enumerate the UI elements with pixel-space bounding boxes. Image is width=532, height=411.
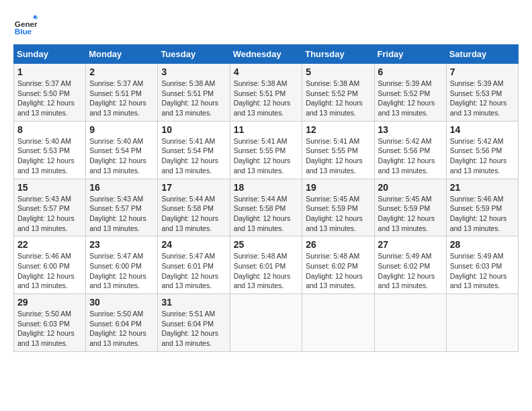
col-monday: Monday xyxy=(86,45,158,64)
day-info: Sunrise: 5:39 AMSunset: 5:52 PMDaylight:… xyxy=(378,79,435,117)
calendar-cell: 19 Sunrise: 5:45 AMSunset: 5:59 PMDaylig… xyxy=(302,179,374,236)
calendar-cell: 31 Sunrise: 5:51 AMSunset: 6:04 PMDaylig… xyxy=(158,294,230,352)
calendar-cell: 26 Sunrise: 5:48 AMSunset: 6:02 PMDaylig… xyxy=(302,236,374,294)
calendar-cell: 4 Sunrise: 5:38 AMSunset: 5:51 PMDayligh… xyxy=(230,64,302,122)
calendar-cell xyxy=(374,294,446,352)
calendar-cell: 28 Sunrise: 5:49 AMSunset: 6:03 PMDaylig… xyxy=(446,236,518,294)
day-info: Sunrise: 5:41 AMSunset: 5:54 PMDaylight:… xyxy=(161,137,218,175)
page-header: General Blue xyxy=(13,13,519,38)
day-info: Sunrise: 5:50 AMSunset: 6:03 PMDaylight:… xyxy=(17,310,75,347)
day-number: 7 xyxy=(450,66,515,77)
calendar-cell xyxy=(302,294,374,352)
calendar-cell: 5 Sunrise: 5:38 AMSunset: 5:52 PMDayligh… xyxy=(302,64,374,122)
calendar-cell: 15 Sunrise: 5:43 AMSunset: 5:57 PMDaylig… xyxy=(14,179,86,236)
day-number: 5 xyxy=(306,66,370,77)
day-number: 12 xyxy=(306,124,370,135)
day-info: Sunrise: 5:46 AMSunset: 5:59 PMDaylight:… xyxy=(450,195,507,232)
day-number: 2 xyxy=(89,66,154,77)
calendar-cell: 24 Sunrise: 5:47 AMSunset: 6:01 PMDaylig… xyxy=(158,236,230,294)
calendar-cell: 3 Sunrise: 5:38 AMSunset: 5:51 PMDayligh… xyxy=(158,64,230,122)
day-number: 30 xyxy=(89,297,154,308)
logo-icon: General Blue xyxy=(13,13,38,38)
calendar-header-row: Sunday Monday Tuesday Wednesday Thursday… xyxy=(14,45,519,64)
day-number: 14 xyxy=(450,124,515,135)
logo: General Blue xyxy=(13,13,40,38)
day-info: Sunrise: 5:48 AMSunset: 6:01 PMDaylight:… xyxy=(234,252,291,289)
day-number: 4 xyxy=(234,66,299,77)
day-info: Sunrise: 5:48 AMSunset: 6:02 PMDaylight:… xyxy=(306,252,363,289)
calendar-cell: 11 Sunrise: 5:41 AMSunset: 5:55 PMDaylig… xyxy=(230,121,302,179)
day-info: Sunrise: 5:38 AMSunset: 5:51 PMDaylight:… xyxy=(234,79,291,117)
day-number: 8 xyxy=(17,124,82,135)
day-number: 6 xyxy=(378,66,443,77)
day-number: 1 xyxy=(17,66,82,77)
col-saturday: Saturday xyxy=(446,45,518,64)
day-info: Sunrise: 5:40 AMSunset: 5:53 PMDaylight:… xyxy=(17,137,75,175)
day-info: Sunrise: 5:38 AMSunset: 5:51 PMDaylight:… xyxy=(161,79,218,117)
calendar-cell: 17 Sunrise: 5:44 AMSunset: 5:58 PMDaylig… xyxy=(158,179,230,236)
day-number: 22 xyxy=(17,239,82,250)
calendar-cell: 9 Sunrise: 5:40 AMSunset: 5:54 PMDayligh… xyxy=(86,121,158,179)
svg-text:Blue: Blue xyxy=(15,27,32,36)
day-info: Sunrise: 5:49 AMSunset: 6:03 PMDaylight:… xyxy=(450,252,507,289)
day-number: 24 xyxy=(161,239,226,250)
day-info: Sunrise: 5:41 AMSunset: 5:55 PMDaylight:… xyxy=(306,137,363,175)
day-number: 9 xyxy=(89,124,154,135)
calendar-cell: 6 Sunrise: 5:39 AMSunset: 5:52 PMDayligh… xyxy=(374,64,446,122)
day-number: 3 xyxy=(161,66,226,77)
day-number: 29 xyxy=(17,297,82,308)
calendar-cell: 20 Sunrise: 5:45 AMSunset: 5:59 PMDaylig… xyxy=(374,179,446,236)
calendar-week-4: 22 Sunrise: 5:46 AMSunset: 6:00 PMDaylig… xyxy=(14,236,519,294)
calendar-cell: 22 Sunrise: 5:46 AMSunset: 6:00 PMDaylig… xyxy=(14,236,86,294)
day-info: Sunrise: 5:44 AMSunset: 5:58 PMDaylight:… xyxy=(234,195,291,232)
day-info: Sunrise: 5:42 AMSunset: 5:56 PMDaylight:… xyxy=(378,137,435,175)
day-info: Sunrise: 5:45 AMSunset: 5:59 PMDaylight:… xyxy=(306,195,363,232)
day-info: Sunrise: 5:41 AMSunset: 5:55 PMDaylight:… xyxy=(234,137,291,175)
calendar-cell: 30 Sunrise: 5:50 AMSunset: 6:04 PMDaylig… xyxy=(86,294,158,352)
calendar-table: Sunday Monday Tuesday Wednesday Thursday… xyxy=(13,44,519,352)
calendar-cell: 1 Sunrise: 5:37 AMSunset: 5:50 PMDayligh… xyxy=(14,64,86,122)
calendar-cell: 16 Sunrise: 5:43 AMSunset: 5:57 PMDaylig… xyxy=(86,179,158,236)
day-number: 13 xyxy=(378,124,443,135)
day-number: 11 xyxy=(234,124,299,135)
calendar-cell: 23 Sunrise: 5:47 AMSunset: 6:00 PMDaylig… xyxy=(86,236,158,294)
calendar-cell: 21 Sunrise: 5:46 AMSunset: 5:59 PMDaylig… xyxy=(446,179,518,236)
calendar-week-3: 15 Sunrise: 5:43 AMSunset: 5:57 PMDaylig… xyxy=(14,179,519,236)
col-thursday: Thursday xyxy=(302,45,374,64)
day-number: 23 xyxy=(89,239,154,250)
day-info: Sunrise: 5:39 AMSunset: 5:53 PMDaylight:… xyxy=(450,79,507,117)
day-info: Sunrise: 5:47 AMSunset: 6:00 PMDaylight:… xyxy=(89,252,146,289)
day-info: Sunrise: 5:50 AMSunset: 6:04 PMDaylight:… xyxy=(89,310,146,347)
day-info: Sunrise: 5:46 AMSunset: 6:00 PMDaylight:… xyxy=(17,252,75,289)
col-friday: Friday xyxy=(374,45,446,64)
day-number: 25 xyxy=(234,239,299,250)
calendar-cell: 14 Sunrise: 5:42 AMSunset: 5:56 PMDaylig… xyxy=(446,121,518,179)
day-info: Sunrise: 5:43 AMSunset: 5:57 PMDaylight:… xyxy=(89,195,146,232)
calendar-cell: 7 Sunrise: 5:39 AMSunset: 5:53 PMDayligh… xyxy=(446,64,518,122)
day-info: Sunrise: 5:40 AMSunset: 5:54 PMDaylight:… xyxy=(89,137,146,175)
day-number: 17 xyxy=(161,182,226,193)
day-info: Sunrise: 5:44 AMSunset: 5:58 PMDaylight:… xyxy=(161,195,218,232)
day-info: Sunrise: 5:37 AMSunset: 5:50 PMDaylight:… xyxy=(17,79,75,117)
calendar-cell: 12 Sunrise: 5:41 AMSunset: 5:55 PMDaylig… xyxy=(302,121,374,179)
day-info: Sunrise: 5:51 AMSunset: 6:04 PMDaylight:… xyxy=(161,310,218,347)
day-number: 20 xyxy=(378,182,443,193)
day-number: 26 xyxy=(306,239,370,250)
calendar-cell: 10 Sunrise: 5:41 AMSunset: 5:54 PMDaylig… xyxy=(158,121,230,179)
day-info: Sunrise: 5:47 AMSunset: 6:01 PMDaylight:… xyxy=(161,252,218,289)
day-info: Sunrise: 5:43 AMSunset: 5:57 PMDaylight:… xyxy=(17,195,75,232)
day-info: Sunrise: 5:38 AMSunset: 5:52 PMDaylight:… xyxy=(306,79,363,117)
day-number: 21 xyxy=(450,182,515,193)
calendar-cell xyxy=(446,294,518,352)
day-number: 15 xyxy=(17,182,82,193)
calendar-cell: 8 Sunrise: 5:40 AMSunset: 5:53 PMDayligh… xyxy=(14,121,86,179)
calendar-week-2: 8 Sunrise: 5:40 AMSunset: 5:53 PMDayligh… xyxy=(14,121,519,179)
day-number: 16 xyxy=(89,182,154,193)
calendar-cell: 18 Sunrise: 5:44 AMSunset: 5:58 PMDaylig… xyxy=(230,179,302,236)
col-wednesday: Wednesday xyxy=(230,45,302,64)
day-number: 19 xyxy=(306,182,370,193)
calendar-cell: 13 Sunrise: 5:42 AMSunset: 5:56 PMDaylig… xyxy=(374,121,446,179)
calendar-cell xyxy=(230,294,302,352)
day-number: 18 xyxy=(234,182,299,193)
day-info: Sunrise: 5:42 AMSunset: 5:56 PMDaylight:… xyxy=(450,137,507,175)
